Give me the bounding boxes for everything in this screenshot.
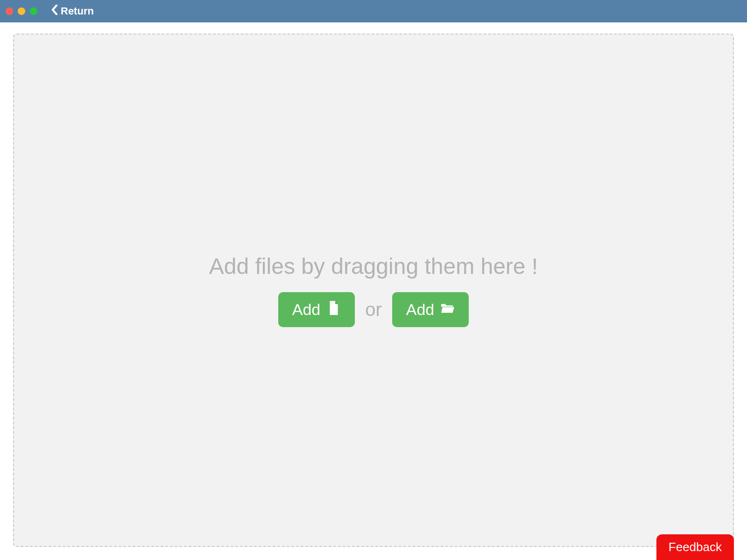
fullscreen-window-button[interactable] <box>30 7 37 15</box>
return-label: Return <box>61 5 94 17</box>
file-dropzone[interactable]: Add files by dragging them here ! Add or… <box>13 34 734 547</box>
file-icon <box>327 301 341 319</box>
feedback-button[interactable]: Feedback <box>656 534 734 560</box>
add-folder-button[interactable]: Add <box>392 292 469 327</box>
add-file-button[interactable]: Add <box>278 292 355 327</box>
minimize-window-button[interactable] <box>18 7 25 15</box>
titlebar: Return <box>0 0 747 22</box>
return-button[interactable]: Return <box>48 3 98 20</box>
feedback-label: Feedback <box>669 540 722 554</box>
chevron-left-icon <box>51 5 58 18</box>
or-separator: or <box>365 299 382 320</box>
add-file-label: Add <box>292 301 321 319</box>
close-window-button[interactable] <box>6 7 13 15</box>
folder-open-icon <box>441 301 455 319</box>
content-area: Add files by dragging them here ! Add or… <box>0 22 747 560</box>
add-folder-label: Add <box>406 301 435 319</box>
dropzone-button-row: Add or Add <box>278 292 469 327</box>
dropzone-hint: Add files by dragging them here ! <box>209 253 538 279</box>
window-controls <box>6 7 37 15</box>
